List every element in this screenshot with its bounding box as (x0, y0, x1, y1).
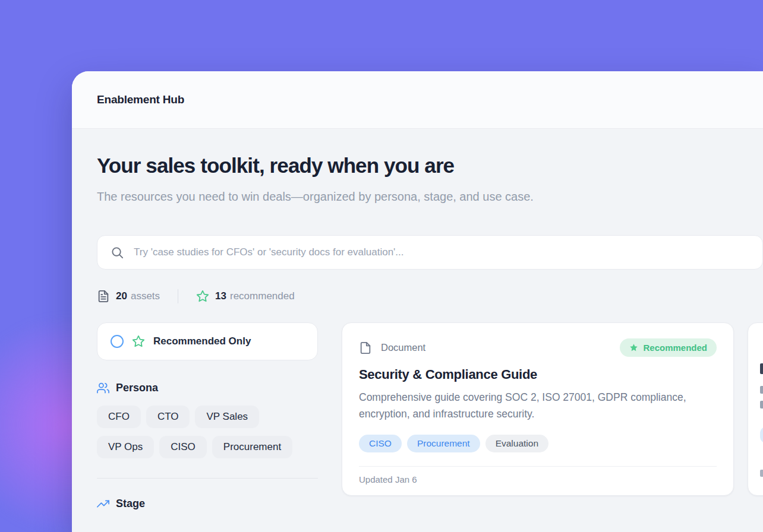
recommended-only-toggle[interactable]: Recommended Only (97, 322, 318, 360)
asset-updated-text: Updated Jan 6 (359, 474, 717, 484)
asset-card[interactable]: Document Recommended Security & Complian… (342, 322, 734, 496)
recommended-count: 13 (215, 290, 226, 302)
app-header: Enablement Hub (72, 71, 763, 129)
asset-title: Security & Compliance Guide (359, 367, 717, 382)
sidebar-divider (97, 478, 318, 479)
app-panel: Enablement Hub Your sales toolkit, ready… (72, 71, 763, 532)
search-input[interactable] (133, 246, 762, 259)
persona-users-icon (97, 382, 109, 394)
radio-circle-icon[interactable] (111, 335, 124, 348)
clipped-title-fragment (760, 363, 763, 374)
assets-count: 20 (116, 290, 127, 302)
stage-trending-up-icon (97, 498, 109, 510)
search-bar[interactable] (97, 235, 763, 270)
assets-label: assets (131, 290, 160, 302)
filters-sidebar: Recommended Only Persona CFO (97, 322, 318, 510)
asset-card-top-row: Document Recommended (359, 338, 717, 357)
recommended-label: recommended (230, 290, 295, 302)
persona-chip-procurement[interactable]: Procurement (212, 436, 292, 458)
clipped-tag-fragment (760, 426, 763, 444)
page-subtitle: The resources you need to win deals—orga… (97, 186, 590, 208)
persona-section-label: Persona (116, 382, 158, 394)
stage-section-label: Stage (116, 498, 145, 510)
badge-star-icon (629, 343, 638, 352)
asset-description: Comprehensive guide covering SOC 2, ISO … (359, 389, 715, 422)
content-row: Recommended Only Persona CFO (97, 322, 763, 510)
asset-tag-list: CISO Procurement Evaluation (359, 435, 717, 452)
stage-section-header: Stage (97, 498, 318, 510)
persona-chip-cto[interactable]: CTO (146, 406, 190, 428)
tag-evaluation[interactable]: Evaluation (485, 435, 548, 452)
persona-chip-ciso[interactable]: CISO (159, 436, 207, 458)
recommended-only-label: Recommended Only (153, 335, 251, 347)
asset-type: Document (359, 341, 425, 354)
recommended-badge-label: Recommended (643, 343, 707, 353)
search-icon (111, 246, 124, 259)
clipped-description-fragment (760, 386, 763, 394)
recommended-badge: Recommended (620, 338, 717, 357)
app-title: Enablement Hub (97, 93, 184, 106)
clipped-description-fragment (760, 401, 763, 408)
persona-chip-vp-sales[interactable]: VP Sales (195, 406, 259, 428)
tag-procurement[interactable]: Procurement (407, 435, 480, 452)
asset-type-label: Document (381, 342, 425, 353)
document-file-icon (359, 341, 372, 354)
assets-file-icon (97, 290, 110, 303)
main-content: Your sales toolkit, ready when you are T… (72, 129, 763, 510)
stats-row: 20 assets 13 recommended (97, 289, 763, 303)
asset-card-divider (359, 466, 717, 467)
clipped-footer-fragment (760, 470, 763, 477)
persona-chip-cfo[interactable]: CFO (97, 406, 141, 428)
persona-chip-vp-ops[interactable]: VP Ops (97, 436, 154, 458)
tag-ciso[interactable]: CISO (359, 435, 402, 452)
asset-card-partial[interactable] (748, 322, 763, 496)
page-title: Your sales toolkit, ready when you are (97, 154, 763, 178)
persona-chip-list: CFO CTO VP Sales VP Ops CISO Procurement (97, 406, 318, 458)
star-icon (132, 335, 145, 348)
stats-divider (178, 289, 178, 303)
persona-section-header: Persona (97, 382, 318, 394)
recommended-star-icon (196, 290, 209, 303)
